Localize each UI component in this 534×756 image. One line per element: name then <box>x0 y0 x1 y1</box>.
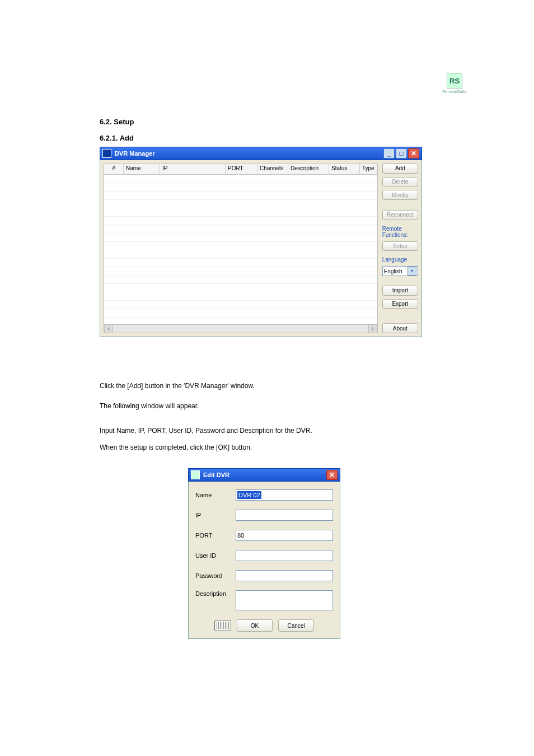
scroll-track[interactable] <box>113 325 368 333</box>
edit-dvr-window: Edit DVR ✕ Name DVR 02 IP PORT 80 User I… <box>188 468 340 639</box>
col-ip[interactable]: IP <box>160 164 226 174</box>
dvr-manager-titlebar[interactable]: DVR Manager _ □ ✕ <box>100 147 422 160</box>
userid-input[interactable] <box>236 550 333 561</box>
language-selected: English <box>384 268 407 274</box>
language-label: Language <box>382 256 418 263</box>
edit-dvr-title: Edit DVR <box>203 472 229 478</box>
section-heading-block: 6.2. Setup 6.2.1. Add <box>100 118 134 142</box>
logo-mark: RS <box>447 73 462 88</box>
ip-input[interactable] <box>236 510 333 521</box>
scroll-left-icon[interactable]: ‹ <box>104 325 113 333</box>
ip-label: IP <box>195 512 236 519</box>
import-button[interactable]: Import <box>382 286 418 296</box>
app-icon <box>102 149 111 158</box>
name-label: Name <box>195 492 236 498</box>
maximize-button[interactable]: □ <box>396 148 407 158</box>
add-button[interactable]: Add <box>382 164 418 174</box>
about-button[interactable]: About <box>382 323 418 333</box>
col-type[interactable]: Type <box>360 164 377 174</box>
description-input[interactable] <box>236 590 333 610</box>
logo-label: RemoteSuite <box>442 90 467 94</box>
dvr-side-pane: Add Delete Modify Reconnect Remote Funct… <box>382 164 418 333</box>
port-label: PORT <box>195 532 236 539</box>
body-line-3: Input Name, IP, PORT, User ID, Password … <box>100 426 422 436</box>
userid-label: User ID <box>195 552 236 559</box>
language-select[interactable]: English ▾ <box>382 266 418 276</box>
dvr-manager-window: DVR Manager _ □ ✕ # Name IP PORT Channel… <box>100 147 422 337</box>
password-label: Password <box>195 572 236 579</box>
col-port[interactable]: PORT <box>226 164 257 174</box>
edit-close-button[interactable]: ✕ <box>326 470 338 480</box>
ok-button[interactable]: OK <box>237 619 273 632</box>
col-name[interactable]: Name <box>124 164 160 174</box>
name-input[interactable]: DVR 02 <box>236 489 333 501</box>
export-button[interactable]: Export <box>382 299 418 309</box>
reconnect-button[interactable]: Reconnect <box>382 210 418 220</box>
dvr-manager-title: DVR Manager <box>115 150 155 157</box>
close-button[interactable]: ✕ <box>408 148 419 158</box>
minimize-button[interactable]: _ <box>383 148 395 158</box>
chapter-heading: 6.2. Setup <box>100 118 134 126</box>
chevron-down-icon: ▾ <box>407 267 416 276</box>
col-status[interactable]: Status <box>329 164 360 174</box>
col-description[interactable]: Description <box>288 164 329 174</box>
remote-functions-label: Remote Functions: <box>382 226 418 238</box>
scroll-right-icon[interactable]: › <box>368 325 377 333</box>
password-input[interactable] <box>236 570 333 581</box>
cancel-button[interactable]: Cancel <box>278 619 314 632</box>
body-line-1: Click the [Add] button in the 'DVR Manag… <box>100 381 422 391</box>
body-line-2: The following window will appear. <box>100 401 422 412</box>
horizontal-scrollbar[interactable]: ‹ › <box>104 325 378 333</box>
description-label: Description <box>195 590 236 597</box>
col-num[interactable]: # <box>104 164 124 174</box>
body-line-4: When the setup is completed, click the [… <box>100 442 422 453</box>
section-heading: 6.2.1. Add <box>100 134 134 142</box>
edit-dvr-body: Name DVR 02 IP PORT 80 User ID Password … <box>188 482 340 639</box>
delete-button[interactable]: Delete <box>382 177 418 187</box>
edit-dvr-titlebar[interactable]: Edit DVR ✕ <box>188 468 340 482</box>
col-channels[interactable]: Channels <box>257 164 288 174</box>
brand-logo: RS RemoteSuite <box>442 73 467 94</box>
keyboard-icon[interactable] <box>214 620 231 631</box>
dvr-list-pane: # Name IP PORT Channels Description Stat… <box>104 164 378 333</box>
modify-button[interactable]: Modify <box>382 190 418 200</box>
dvr-list-header: # Name IP PORT Channels Description Stat… <box>104 164 378 175</box>
port-input[interactable]: 80 <box>236 530 333 541</box>
dvr-manager-body: # Name IP PORT Channels Description Stat… <box>100 160 422 337</box>
edit-app-icon <box>191 470 200 479</box>
dvr-list-rows[interactable] <box>104 175 378 325</box>
setup-button[interactable]: Setup <box>382 241 418 251</box>
